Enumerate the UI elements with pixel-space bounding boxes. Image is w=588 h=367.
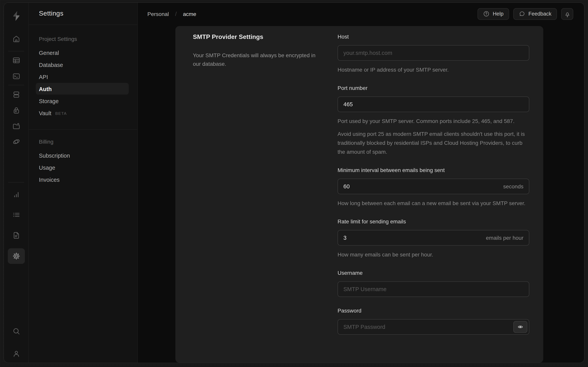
rail-item-account[interactable] bbox=[8, 346, 25, 362]
port-field-group: Port number Port used by your SMTP serve… bbox=[338, 84, 529, 157]
sidebar-title: Settings bbox=[39, 10, 63, 17]
rate-limit-label: Rate limit for sending emails bbox=[338, 218, 529, 225]
sidebar-item-auth[interactable]: Auth bbox=[29, 83, 137, 95]
list-icon bbox=[12, 210, 21, 219]
table-icon bbox=[12, 56, 21, 65]
port-input[interactable] bbox=[338, 97, 529, 112]
rail-divider bbox=[8, 182, 24, 183]
host-input[interactable] bbox=[338, 45, 529, 61]
bar-chart-icon bbox=[12, 190, 21, 199]
beta-badge: BETA bbox=[55, 111, 67, 115]
password-input[interactable] bbox=[338, 319, 529, 335]
lock-icon bbox=[12, 106, 21, 115]
interval-helper: How long between each email can a new em… bbox=[338, 199, 529, 208]
sidebar-item-vault[interactable]: VaultBETA bbox=[29, 107, 137, 119]
rate-limit-helper: How many emails can be sent per hour. bbox=[338, 250, 529, 259]
panel-title: SMTP Provider Settings bbox=[193, 33, 321, 41]
sidebar-item-invoices[interactable]: Invoices bbox=[29, 174, 137, 186]
rail-item-storage[interactable] bbox=[8, 118, 25, 134]
rail-item-auth[interactable] bbox=[8, 103, 25, 118]
breadcrumb-project[interactable]: acme bbox=[183, 11, 196, 17]
help-button[interactable]: Help bbox=[478, 8, 509, 20]
interval-input[interactable] bbox=[338, 179, 529, 194]
port-helper: Port used by your SMTP server. Common po… bbox=[338, 117, 529, 126]
breadcrumb-separator: / bbox=[175, 10, 177, 17]
rail-item-logs[interactable] bbox=[8, 207, 25, 223]
gear-icon bbox=[12, 252, 21, 260]
supabase-bolt-icon bbox=[10, 10, 22, 22]
search-icon bbox=[12, 327, 21, 335]
reveal-password-button[interactable] bbox=[513, 321, 527, 333]
password-field-group: Password bbox=[338, 307, 529, 335]
orbit-icon bbox=[12, 137, 21, 146]
settings-sidebar: Settings Project Settings General Databa… bbox=[29, 3, 138, 363]
rate-limit-input[interactable] bbox=[338, 230, 529, 246]
port-label: Port number bbox=[338, 84, 529, 92]
rail-item-reports[interactable] bbox=[8, 187, 25, 202]
terminal-icon bbox=[12, 72, 21, 81]
interval-field-group: Minimum interval between emails being se… bbox=[338, 167, 529, 208]
feedback-label: Feedback bbox=[528, 11, 551, 17]
feedback-button[interactable]: Feedback bbox=[513, 8, 557, 20]
rail-divider bbox=[8, 85, 24, 85]
sidebar-item-general[interactable]: General bbox=[29, 47, 137, 59]
sidebar-item-database[interactable]: Database bbox=[29, 59, 137, 71]
rail-item-database[interactable] bbox=[8, 87, 25, 102]
desktop: Settings Project Settings General Databa… bbox=[0, 0, 588, 367]
rail-item-api-docs[interactable] bbox=[8, 228, 25, 243]
smtp-form: Host Hostname or IP address of your SMTP… bbox=[338, 33, 529, 363]
help-label: Help bbox=[493, 11, 504, 17]
username-label: Username bbox=[338, 269, 529, 277]
app-window: Settings Project Settings General Databa… bbox=[3, 2, 585, 363]
section-label-project-settings: Project Settings bbox=[29, 33, 137, 45]
help-circle-icon bbox=[483, 10, 490, 17]
speech-bubble-icon bbox=[519, 10, 525, 17]
sidebar-item-subscription[interactable]: Subscription bbox=[29, 150, 137, 161]
sidebar-item-usage[interactable]: Usage bbox=[29, 161, 137, 174]
rail-item-home[interactable] bbox=[8, 31, 25, 47]
supabase-logo[interactable] bbox=[8, 8, 25, 24]
notifications-button[interactable] bbox=[561, 8, 573, 20]
sidebar-header: Settings bbox=[29, 3, 137, 25]
eye-icon bbox=[517, 324, 524, 330]
sidebar-item-storage[interactable]: Storage bbox=[29, 95, 137, 107]
topbar: Personal / acme Help Feedback bbox=[138, 3, 584, 25]
rail-divider bbox=[8, 51, 24, 51]
home-icon bbox=[12, 35, 21, 43]
rail-item-sql-editor[interactable] bbox=[8, 68, 25, 84]
rate-limit-field-group: Rate limit for sending emails emails per… bbox=[338, 218, 529, 259]
folder-icon bbox=[12, 122, 21, 130]
nav-rail bbox=[4, 3, 29, 363]
user-icon bbox=[12, 350, 21, 358]
username-input[interactable] bbox=[338, 281, 529, 297]
bell-icon bbox=[564, 10, 571, 17]
main-area: Personal / acme Help Feedback bbox=[138, 3, 584, 363]
database-icon bbox=[12, 90, 21, 99]
password-label: Password bbox=[338, 307, 529, 315]
interval-label: Minimum interval between emails being se… bbox=[338, 167, 529, 174]
rail-item-search[interactable] bbox=[8, 323, 25, 339]
smtp-settings-panel: SMTP Provider Settings Your SMTP Credent… bbox=[175, 26, 543, 363]
port-warning: Avoid using port 25 as modern SMTP email… bbox=[338, 130, 529, 157]
sidebar-divider bbox=[29, 129, 137, 130]
rail-item-realtime[interactable] bbox=[8, 134, 25, 150]
rail-item-settings[interactable] bbox=[8, 248, 25, 264]
section-label-billing: Billing bbox=[29, 136, 137, 148]
breadcrumb-org[interactable]: Personal bbox=[147, 11, 169, 17]
rail-item-table-editor[interactable] bbox=[8, 52, 25, 68]
host-label: Host bbox=[338, 33, 529, 41]
host-helper: Hostname or IP address of your SMTP serv… bbox=[338, 65, 529, 74]
document-icon bbox=[12, 231, 21, 240]
panel-description: Your SMTP Credentials will always be enc… bbox=[193, 51, 321, 68]
username-field-group: Username bbox=[338, 269, 529, 297]
sidebar-item-api[interactable]: API bbox=[29, 71, 137, 83]
host-field-group: Host Hostname or IP address of your SMTP… bbox=[338, 33, 529, 74]
